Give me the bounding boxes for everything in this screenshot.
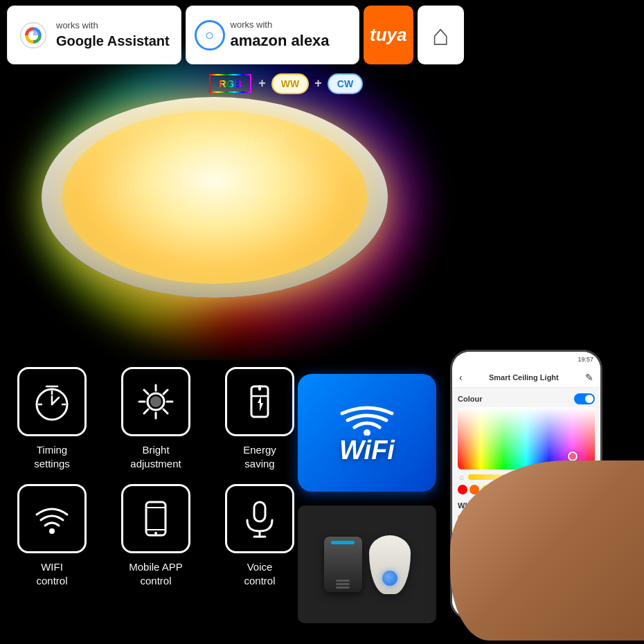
feature-wifi: WIFIcontrol (7, 484, 97, 587)
feature-timing: Timingsettings (7, 367, 97, 470)
tuya-text: tuya (370, 24, 406, 46)
google-badge: works with Google Assistant (7, 6, 181, 64)
timing-icon (31, 381, 73, 422)
google-badge-text: works with Google Assistant (56, 20, 170, 50)
svg-point-26 (154, 532, 157, 535)
google-works-text: works with (56, 20, 170, 32)
svg-line-17 (144, 409, 148, 413)
rgb-label-row: RGB + WW + CW (208, 73, 363, 94)
phone-area: 19:57 ‹ Smart Ceiling Light ✎ Colour (436, 350, 644, 641)
mobile-label: Mobile APPcontrol (129, 560, 183, 587)
alexa-logo: ○ (195, 20, 225, 51)
lamp-inner-face (62, 111, 367, 284)
feature-energy: Energysaving (215, 367, 305, 470)
wifi-center-icon (339, 401, 395, 436)
feature-bright: Brightadjustment (111, 367, 201, 470)
bright-icon-box (121, 367, 190, 436)
cw-pill: CW (328, 73, 363, 94)
svg-point-22 (49, 528, 55, 534)
alexa-brand-text: amazon alexa (231, 31, 330, 51)
feature-mobile: Mobile APPcontrol (111, 484, 201, 587)
wifi-label: WIFIcontrol (36, 560, 67, 587)
bright-label: Brightadjustment (130, 443, 181, 470)
google-brand-text: Google Assistant (56, 32, 170, 50)
edit-icon[interactable]: ✎ (585, 372, 593, 383)
home-badge: ⌂ (418, 6, 465, 64)
voice-icon-box (225, 484, 294, 553)
svg-point-18 (150, 396, 161, 407)
phone-status-bar: 19:57 (452, 352, 600, 367)
svg-line-6 (52, 397, 59, 404)
alexa-works-text: works with (231, 19, 330, 31)
colour-header: Colour (458, 393, 595, 404)
energy-label: Energysaving (243, 443, 276, 470)
feature-voice: Voicecontrol (215, 484, 305, 587)
brightness-icon: ☼ (458, 472, 465, 482)
color-picker-thumb (568, 451, 578, 461)
energy-icon (239, 381, 280, 422)
tuya-badge: tuya (364, 6, 413, 64)
home-icon: ⌂ (432, 19, 449, 52)
smart-speakers-area (298, 506, 436, 623)
svg-line-14 (144, 390, 148, 394)
colour-toggle[interactable] (574, 393, 595, 404)
google-home (369, 535, 411, 594)
wifi-badge-text: WiFi (339, 436, 395, 465)
phone-nav-bar: ‹ Smart Ceiling Light ✎ (452, 367, 600, 388)
voice-icon (239, 498, 280, 539)
alexa-badge-text: works with amazon alexa (231, 19, 330, 51)
google-logo (16, 18, 51, 53)
lamp-outer-ring (42, 97, 388, 298)
voice-label: Voicecontrol (244, 560, 275, 587)
timing-icon-box (17, 367, 87, 436)
ww-pill: WW (271, 73, 309, 94)
amazon-echo (324, 537, 362, 592)
plus-2: + (314, 76, 322, 91)
top-badges-row: works with Google Assistant ○ works with… (0, 0, 471, 70)
energy-icon-box (225, 367, 294, 436)
plus-1: + (258, 76, 266, 91)
rgb-pill: RGB (208, 73, 253, 94)
svg-line-15 (163, 409, 168, 413)
svg-point-30 (364, 429, 370, 436)
mobile-icon (135, 498, 177, 539)
wifi-icon (31, 498, 73, 539)
svg-line-16 (163, 390, 168, 394)
bright-icon (135, 381, 177, 422)
mobile-icon-box (121, 484, 190, 553)
wifi-icon-box (17, 484, 87, 553)
colour-label: Colour (458, 395, 482, 403)
phone-title: Smart Ceiling Light (463, 373, 585, 382)
dot-red[interactable] (458, 485, 467, 494)
alexa-badge: ○ works with amazon alexa (186, 6, 360, 64)
svg-rect-27 (254, 502, 265, 521)
status-right: 19:57 (578, 356, 593, 363)
timing-label: Timingsettings (34, 443, 70, 470)
wifi-center-badge: WiFi (298, 374, 436, 492)
